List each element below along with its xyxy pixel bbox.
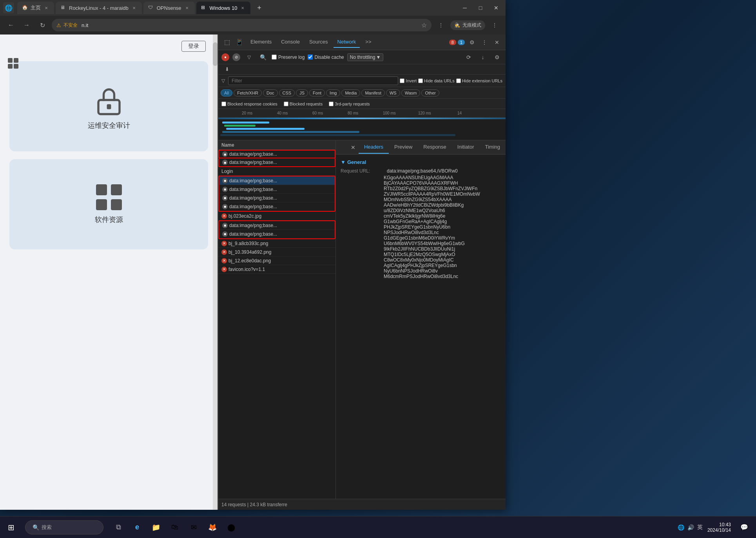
filter-tag-wasm[interactable]: Wasm xyxy=(401,89,421,96)
blocked-cookies-checkbox[interactable]: Blocked response cookies xyxy=(221,102,277,106)
download-icon[interactable]: ↓ xyxy=(477,52,488,63)
detail-tab-initiator[interactable]: Initiator xyxy=(452,141,480,154)
tab-home-close[interactable]: ✕ xyxy=(43,5,49,11)
scrollbar-thumb[interactable] xyxy=(213,42,218,66)
devtools-settings-icon[interactable]: ⚙ xyxy=(466,37,477,48)
filter-tag-fetch[interactable]: Fetch/XHR xyxy=(234,89,262,96)
taskbar-mail[interactable]: ✉ xyxy=(185,519,202,536)
filter-icon-button[interactable]: ▽ xyxy=(243,52,254,63)
network-request-list[interactable]: Name ■ data:image/png;base... ■ data:ima… xyxy=(218,140,336,499)
filter-tag-css[interactable]: CSS xyxy=(279,89,295,96)
network-row-4[interactable]: ■ data:image/png;base... xyxy=(219,176,335,185)
network-row-14[interactable]: ✕ favicon.ico?v=1.1 xyxy=(218,265,335,274)
network-row-6[interactable]: ■ data:image/png;base... xyxy=(219,194,335,202)
taskbar-edge[interactable]: e xyxy=(129,519,146,536)
close-button[interactable]: ✕ xyxy=(490,3,502,13)
bookmark-icon[interactable]: ☆ xyxy=(421,22,427,29)
devtools-close-icon[interactable]: ✕ xyxy=(491,37,502,48)
forward-button[interactable]: → xyxy=(20,19,33,31)
blocked-requests-checkbox[interactable]: Blocked requests xyxy=(284,102,323,106)
taskbar-volume-icon[interactable]: 🔊 xyxy=(687,524,694,531)
network-row-1[interactable]: ■ data:image/png;base... xyxy=(218,150,335,158)
hide-data-urls-checkbox[interactable]: Hide data URLs xyxy=(418,78,455,83)
taskbar-notification[interactable]: 💬 xyxy=(736,519,753,536)
filter-tag-other[interactable]: Other xyxy=(421,89,439,96)
throttling-dropdown[interactable]: No throttling ▼ xyxy=(347,53,384,61)
detail-tab-response[interactable]: Response xyxy=(418,141,452,154)
invert-checkbox[interactable]: Invert xyxy=(400,78,417,83)
blocked-cookies-input[interactable] xyxy=(221,102,226,106)
third-party-input[interactable] xyxy=(329,102,334,106)
filter-tag-doc[interactable]: Doc xyxy=(263,89,278,96)
taskbar-clock[interactable]: 10:43 2024/10/14 xyxy=(707,522,731,533)
preserve-log-checkbox[interactable]: Preserve log xyxy=(272,55,305,60)
taskbar-search[interactable]: 🔍 搜索 xyxy=(25,520,103,534)
filter-tag-js[interactable]: JS xyxy=(296,89,308,96)
taskbar-firefox[interactable]: 🦊 xyxy=(204,519,221,536)
incognito-button[interactable]: 🕵 无痕模式 xyxy=(450,20,485,30)
tab-rockey-close[interactable]: ✕ xyxy=(131,5,137,11)
disable-cache-checkbox[interactable]: Disable cache xyxy=(308,55,344,60)
filter-tag-media[interactable]: Media xyxy=(341,89,360,96)
filter-tag-ws[interactable]: WS xyxy=(386,89,400,96)
tab-opnsense[interactable]: 🛡 OPNsense ✕ xyxy=(143,2,195,14)
preserve-log-input[interactable] xyxy=(272,55,277,60)
login-button[interactable]: 登录 xyxy=(181,41,206,52)
network-row-8[interactable]: ✕ bj.023eca2c.jpg xyxy=(218,212,335,220)
devtools-more-icon[interactable]: ⋮ xyxy=(479,37,490,48)
detail-close-button[interactable]: ✕ xyxy=(348,142,359,153)
download-row-icon[interactable]: ⬇ xyxy=(221,64,232,75)
devtools-device-icon[interactable]: 📱 xyxy=(234,37,245,48)
taskbar-store[interactable]: 🛍 xyxy=(166,519,183,536)
browser-settings-button[interactable]: ⋮ xyxy=(488,19,501,31)
filter-tag-img[interactable]: Img xyxy=(326,89,340,96)
start-button[interactable]: ⊞ xyxy=(0,516,22,538)
general-section-title[interactable]: ▼ General xyxy=(341,159,501,165)
network-row-login[interactable]: Login xyxy=(218,167,335,176)
filter-tag-manifest[interactable]: Manifest xyxy=(361,89,385,96)
search-icon-button[interactable]: 🔍 xyxy=(257,52,268,63)
tab-network[interactable]: Network xyxy=(334,36,360,48)
network-row-13[interactable]: ✕ bj_12.ec8e0dac.png xyxy=(218,256,335,265)
nav-menu-button[interactable]: ⋮ xyxy=(435,19,447,31)
detail-tab-timing[interactable]: Timing xyxy=(479,141,506,154)
back-button[interactable]: ← xyxy=(5,19,17,31)
tab-elements[interactable]: Elements xyxy=(247,36,276,48)
devtools-inspect-icon[interactable]: ⬚ xyxy=(221,37,232,48)
network-row-5[interactable]: ■ data:image/png;base... xyxy=(219,185,335,194)
network-row-9[interactable]: ■ data:image/png;base... xyxy=(219,221,335,230)
taskbar-taskview[interactable]: ⧉ xyxy=(110,519,127,536)
filter-input[interactable] xyxy=(228,76,398,85)
record-button[interactable]: ● xyxy=(221,53,229,61)
card-ops-audit[interactable]: 运维安全审计 xyxy=(9,61,208,151)
network-row-7[interactable]: ■ data:image/png;base... xyxy=(219,202,335,211)
detail-tab-headers[interactable]: Headers xyxy=(359,141,389,154)
taskbar-explorer[interactable]: 📁 xyxy=(147,519,165,536)
minimize-button[interactable]: ─ xyxy=(459,3,471,13)
refresh-button[interactable]: ↻ xyxy=(36,19,49,31)
network-row-2[interactable]: ■ data:image/png;base... xyxy=(218,158,335,167)
tab-opnsense-close[interactable]: ✕ xyxy=(184,5,190,11)
stop-button[interactable]: ⊘ xyxy=(232,53,240,61)
tab-more[interactable]: >> xyxy=(361,36,375,48)
network-row-12[interactable]: ✕ bj_10.3934a692.png xyxy=(218,248,335,256)
hide-ext-urls-checkbox[interactable]: Hide extension URLs xyxy=(456,78,502,83)
new-tab-button[interactable]: + xyxy=(254,2,265,13)
invert-input[interactable] xyxy=(400,78,404,83)
tab-rockey[interactable]: 🖥 RockeyLinux - 4 - maraidb ✕ xyxy=(56,2,142,14)
tab-home[interactable]: 🏠 主页 ✕ xyxy=(17,2,54,14)
filter-tag-font[interactable]: Font xyxy=(309,89,325,96)
network-row-10[interactable]: ■ data:image/png;base... xyxy=(219,230,335,238)
devtools-timeline[interactable]: 20 ms 40 ms 60 ms 80 ms 100 ms 120 ms 14 xyxy=(218,109,506,140)
upload-icon[interactable]: ⟳ xyxy=(463,52,474,63)
tab-console[interactable]: Console xyxy=(277,36,304,48)
maximize-button[interactable]: □ xyxy=(474,3,487,13)
network-row-11[interactable]: ✕ bj_9.a8cb393c.png xyxy=(218,239,335,248)
disable-cache-input[interactable] xyxy=(308,55,313,60)
detail-tab-preview[interactable]: Preview xyxy=(389,141,418,154)
network-settings-icon[interactable]: ⚙ xyxy=(491,52,502,63)
webpage-scrollbar[interactable] xyxy=(213,35,218,510)
taskbar-chrome[interactable]: ⬤ xyxy=(223,519,240,536)
tab-windows10[interactable]: ⊞ Windows 10 ✕ xyxy=(196,2,251,14)
hide-ext-urls-input[interactable] xyxy=(456,78,461,83)
